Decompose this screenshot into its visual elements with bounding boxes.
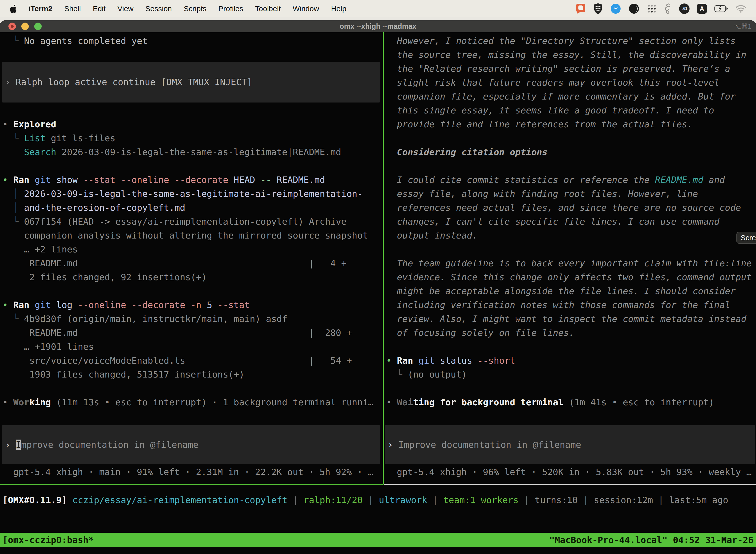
text-segment: this single essay, it seems like a good … xyxy=(386,105,714,115)
text-segment: README.md | 4 + xyxy=(2,258,346,268)
terminal-line: However, I noticed the "Directory Struct… xyxy=(386,34,756,48)
text-segment: 1903 files changed, 513517 insertions(+) xyxy=(2,369,244,380)
text-segment: | xyxy=(578,495,594,505)
text-segment: Considering citation options xyxy=(386,147,548,157)
text-segment: 4b9d30f (origin/main, instructkr/main, m… xyxy=(24,314,288,324)
text-segment: might be acceptable alongside the file l… xyxy=(386,286,736,296)
dots-grid-icon[interactable] xyxy=(647,4,657,14)
text-segment: review. Also, I might want to inspect th… xyxy=(386,314,746,324)
menu-item-iterm2[interactable]: iTerm2 xyxy=(28,4,52,13)
menu-item-window[interactable]: Window xyxy=(293,4,319,13)
terminal-line xyxy=(2,159,383,173)
terminal-line: the "Related research writing" section i… xyxy=(386,62,756,76)
terminal-line: README.md | 280 + xyxy=(2,326,383,340)
text-segment xyxy=(29,300,35,310)
wifi-icon[interactable] xyxy=(736,5,746,13)
menu-item-toolbelt[interactable]: Toolbelt xyxy=(255,4,281,13)
terminal-line: slight risk that future readers may over… xyxy=(386,76,756,90)
menu-bar-status-icons: ..61 A xyxy=(575,3,746,14)
prompt-input-left[interactable]: › Improve documentation in @filename xyxy=(2,425,380,464)
text-segment: • xyxy=(386,355,397,366)
text-segment: essay file, along with finding root file… xyxy=(386,189,698,199)
text-segment: • xyxy=(2,175,13,185)
prompt-input-right[interactable]: › Improve documentation in @filename xyxy=(385,425,755,464)
terminal-line: references need actual files, and since … xyxy=(386,201,756,215)
text-segment: Wor xyxy=(13,397,29,407)
chat-icon[interactable] xyxy=(575,3,586,14)
text-segment: └ xyxy=(2,133,24,143)
menu-item-scripts[interactable]: Scripts xyxy=(184,4,207,13)
terminal-line: of focusing solely on file lines. xyxy=(386,326,756,340)
text-segment xyxy=(67,495,72,505)
window-title: omx --xhigh --madmax xyxy=(0,20,756,32)
right-pane-lines: However, I noticed the "Directory Struct… xyxy=(384,34,756,409)
text-segment: references need actual files, and since … xyxy=(386,203,741,213)
text-segment: the "Related research writing" section i… xyxy=(386,63,730,74)
menu-item-view[interactable]: View xyxy=(118,4,133,13)
terminal-line xyxy=(386,382,756,395)
text-segment: companion file, especially if more comme… xyxy=(386,91,736,102)
zoom-button[interactable] xyxy=(34,22,42,30)
terminal-line: └ List git ls-files xyxy=(2,131,383,145)
text-segment: • xyxy=(2,119,13,129)
text-segment: output instead. xyxy=(386,230,478,240)
model-status-right: gpt-5.4 xhigh · 96% left · 520K in · 5.8… xyxy=(397,465,752,479)
omx-status-line: [OMX#0.11.9] cczip/essay/ai-reimplementa… xyxy=(2,493,728,507)
text-segment: … +2 lines xyxy=(2,244,78,255)
text-segment: mprove documentation in @filename xyxy=(21,440,198,450)
text-segment: ultrawork xyxy=(379,495,427,505)
terminal-line: README.md | 4 + xyxy=(2,257,383,270)
text-segment: --short xyxy=(472,355,515,366)
agent-pane-left[interactable]: › Ralph loop active continue [OMX_TMUX_I… xyxy=(0,32,383,485)
terminal-line: … +2 lines xyxy=(2,242,383,257)
text-segment: the source tree, missing the essay. Stil… xyxy=(386,50,746,60)
screen-share-overlay-button[interactable]: Scre xyxy=(737,232,756,244)
squiggle-icon[interactable] xyxy=(664,3,672,14)
menu-item-profiles[interactable]: Profiles xyxy=(218,4,243,13)
pane-divider[interactable] xyxy=(383,32,384,485)
text-segment: ting for background terminal xyxy=(413,397,564,407)
text-segment: › xyxy=(5,440,16,450)
terminal-line: • Ran git status --short xyxy=(386,354,756,368)
text-segment: and-the-erosion-of-copyleft.md xyxy=(24,203,185,213)
text-segment: └ xyxy=(386,369,408,380)
terminal-line: └ No agents completed yet xyxy=(2,34,383,48)
terminal-line: • Ran git show --stat --oneline --decora… xyxy=(2,173,383,187)
minimize-button[interactable] xyxy=(21,22,29,30)
messenger-icon[interactable] xyxy=(610,3,621,14)
text-segment: changes, I can't cite specific file line… xyxy=(386,216,719,227)
menu-item-session[interactable]: Session xyxy=(145,4,172,13)
traffic-lights xyxy=(8,22,42,30)
menu-bar-left: iTerm2 Shell Edit View Session Scripts P… xyxy=(10,4,346,13)
menu-item-help[interactable]: Help xyxy=(331,4,346,13)
agent-pane-right[interactable]: However, I noticed the "Directory Struct… xyxy=(384,32,756,485)
text-segment: session:12m xyxy=(594,495,653,505)
battery-icon[interactable] xyxy=(714,5,728,12)
close-button[interactable] xyxy=(8,22,16,30)
text-segment xyxy=(2,147,24,157)
terminal-line: • Ran git log --oneline --decorate -n 5 … xyxy=(2,298,383,312)
terminal-line xyxy=(386,242,756,257)
window-titlebar[interactable]: omx --xhigh --madmax ⌥⌘1 xyxy=(0,20,756,32)
text-segment: │ xyxy=(2,189,24,199)
terminal-line: The team guideline is to back every impo… xyxy=(386,257,756,270)
badge-61-icon[interactable]: ..61 xyxy=(679,3,690,14)
text-segment: and xyxy=(703,175,725,185)
terminal-line: • Working (11m 13s • esc to interrupt) ·… xyxy=(2,395,383,409)
shield-icon[interactable] xyxy=(593,3,603,14)
text-segment: README.md | 280 + xyxy=(2,328,352,338)
text-segment: turns:10 xyxy=(535,495,578,505)
text-segment: The team guideline is to back every impo… xyxy=(386,258,752,268)
text-segment: Improve documentation in @filename xyxy=(398,440,581,450)
input-source-a-icon[interactable]: A xyxy=(697,4,707,14)
crescent-icon[interactable] xyxy=(629,3,639,14)
menu-item-shell[interactable]: Shell xyxy=(64,4,81,13)
text-segment: | xyxy=(653,495,669,505)
terminal-line: changes, I can't cite specific file line… xyxy=(386,215,756,229)
apple-menu-icon[interactable] xyxy=(10,5,17,13)
terminal-line: output instead. xyxy=(386,229,756,242)
terminal-line xyxy=(2,284,383,298)
menu-item-edit[interactable]: Edit xyxy=(93,4,106,13)
tmux-status-bar: [omx-cczip0:bash* "MacBook-Pro-44.local"… xyxy=(0,533,756,547)
text-segment: provide file and line references from th… xyxy=(386,119,693,129)
